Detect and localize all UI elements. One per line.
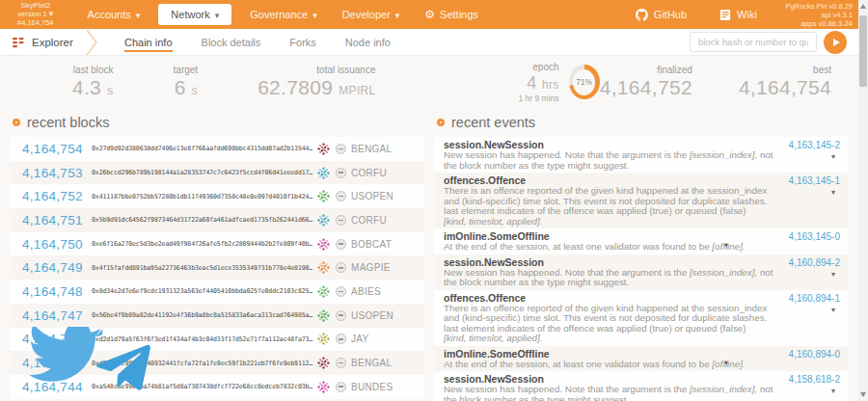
search-submit-button[interactable] (824, 31, 847, 54)
validator-name: BENGAL (351, 144, 392, 154)
block-number-link[interactable]: 4,164,749 (22, 260, 82, 275)
recent-blocks-list: 4,164,754 0x27d9d92d380638dd7496e13e8f76… (10, 137, 424, 399)
expand-caret-icon[interactable] (724, 359, 728, 367)
block-number-link[interactable]: 4,164,748 (22, 284, 82, 299)
no-identity-icon (336, 191, 346, 201)
event-block-link[interactable]: 4,163,145-1 (789, 175, 840, 186)
no-identity-icon (336, 144, 346, 154)
menu-developer[interactable]: Developer (330, 4, 413, 25)
github-icon (636, 9, 648, 21)
expand-caret-icon[interactable] (831, 152, 835, 161)
scrollbar-thumb[interactable] (859, 15, 867, 87)
block-number-link[interactable]: 4,164,744 (22, 380, 82, 394)
menu-governance[interactable]: Governance (237, 4, 329, 25)
event-block-link[interactable]: 4,158,618-2 (789, 374, 840, 385)
tab-node-info[interactable]: Node info (333, 29, 403, 55)
validator-identicon[interactable] (316, 308, 331, 323)
logo-title: SkyPixl2 (17, 2, 54, 11)
validator-name: ABIES (351, 286, 381, 297)
scroll-up-icon[interactable] (860, 4, 866, 9)
block-number-link[interactable]: 4,164,746 (22, 332, 82, 346)
expand-caret-icon[interactable] (724, 241, 728, 250)
validator-identicon[interactable] (316, 260, 331, 275)
scroll-down-icon[interactable] (860, 392, 866, 397)
app-logo[interactable]: SkyPixl2 version 1 #4,164,754 (17, 2, 54, 28)
validator-name: USOPEN (351, 310, 393, 321)
validator-identicon[interactable] (316, 332, 331, 346)
no-identity-icon (336, 262, 346, 273)
stat-total-issuance: total issuance 62.7809 MPIRL (258, 65, 375, 99)
event-description: New session has happened. Note that the … (444, 150, 839, 171)
validator-identicon[interactable] (316, 380, 331, 394)
no-identity-icon (336, 168, 346, 178)
section-bullet-icon (13, 119, 20, 126)
event-card: offences.Offence There is an offence rep… (434, 290, 849, 346)
menu-accounts[interactable]: Accounts (75, 4, 153, 25)
event-block-link[interactable]: 4,163,145-0 (789, 231, 840, 242)
block-row: 4,164,753 0x26bccd296b789b198144a1a28353… (10, 161, 424, 185)
gear-icon: ⚙ (424, 9, 435, 20)
validator-name: CORFU (351, 215, 387, 226)
logo-block-number: #4,164,754 (17, 19, 54, 28)
logo-version: version 1 (17, 10, 46, 18)
block-number-link[interactable]: 4,164,745 (22, 356, 82, 370)
tab-chain-info[interactable]: Chain info (112, 29, 185, 55)
event-block-link[interactable]: 4,160,894-0 (789, 349, 840, 360)
github-link[interactable]: GitHub (636, 9, 687, 21)
event-description: At the end of the session, at least one … (444, 360, 839, 370)
validator-identicon[interactable] (316, 142, 331, 156)
stat-finalized: finalized 4,164,752 (600, 65, 692, 99)
validator-identicon[interactable] (316, 356, 331, 370)
expand-caret-icon[interactable] (831, 270, 835, 279)
event-description: New session has happened. Note that the … (444, 268, 839, 288)
event-block-link[interactable]: 4,163,145-2 (789, 140, 840, 150)
no-identity-icon (336, 358, 346, 368)
block-row: 4,164,746 0xd2d1d79a5f63f6f3ed1f434af4b3… (10, 328, 424, 352)
event-block-link[interactable]: 4,160,894-2 (789, 257, 840, 268)
book-icon (719, 9, 731, 21)
validator-name: USOPEN (351, 191, 393, 201)
block-number-link[interactable]: 4,164,754 (22, 142, 82, 156)
section-name: Explorer (32, 37, 73, 48)
block-number-link[interactable]: 4,164,747 (22, 308, 82, 323)
menu-network[interactable]: Network (158, 4, 231, 25)
top-header: SkyPixl2 version 1 #4,164,754 Accounts N… (0, 0, 868, 29)
play-icon (833, 39, 840, 46)
event-description: There is an offence reported of the give… (444, 186, 839, 227)
expand-caret-icon[interactable] (831, 306, 835, 314)
block-search-input[interactable] (690, 32, 817, 52)
block-number-link[interactable]: 4,164,750 (22, 237, 82, 252)
validator-identicon[interactable] (316, 189, 331, 203)
recent-blocks-section: recent blocks 4,164,754 0x27d9d92d380638… (10, 108, 424, 401)
no-identity-icon (336, 382, 346, 392)
event-block-link[interactable]: 4,160,894-1 (789, 293, 840, 304)
block-hash: 0x5b9d91dc64562f9873464d31722a60fa461adf… (92, 216, 312, 224)
validator-identicon[interactable] (316, 237, 331, 252)
recent-events-section: recent events session.NewSession New ses… (434, 108, 849, 401)
expand-caret-icon[interactable] (831, 387, 835, 395)
version-info: PgRocks Pirl v0.8.29 api v4.3.1 apps v0.… (785, 2, 853, 28)
menu-settings[interactable]: ⚙ Settings (412, 4, 491, 25)
stat-last-block: last block 4.3 s (72, 65, 114, 99)
block-hash: 0x56be4f9b89a82de41192e4f36b9a8bc8a51583… (92, 311, 312, 319)
wiki-link[interactable]: Wiki (719, 9, 757, 21)
block-hash: 0xd2d1d79a5f63f6f3ed1f434af4b3c04d33f17d… (92, 335, 312, 343)
tab-forks[interactable]: Forks (277, 29, 329, 55)
epoch-progress-ring: 71% (569, 65, 600, 99)
block-number-link[interactable]: 4,164,751 (22, 213, 82, 227)
expand-caret-icon[interactable] (831, 188, 835, 197)
tab-block-details[interactable]: Block details (189, 29, 274, 55)
no-identity-icon (336, 215, 346, 226)
page-scrollbar[interactable] (858, 0, 868, 401)
validator-name: BUNDES (351, 382, 393, 392)
block-number-link[interactable]: 4,164,753 (22, 166, 82, 180)
stat-epoch: epoch 4 hrs 1 hr 9 mins (518, 62, 558, 103)
block-number-link[interactable]: 4,164,752 (22, 189, 82, 203)
validator-identicon[interactable] (316, 284, 331, 299)
no-identity-icon (336, 239, 346, 250)
validator-identicon[interactable] (316, 166, 331, 180)
validator-identicon[interactable] (316, 213, 331, 227)
block-row: 4,164,750 0xe6f16a270ec5d3be2ead49f984f2… (10, 232, 424, 256)
validator-name: CORFU (351, 168, 387, 178)
block-hash: 0xd59774c99342340932441fcfa72fa1fe9ec59f… (92, 360, 312, 367)
